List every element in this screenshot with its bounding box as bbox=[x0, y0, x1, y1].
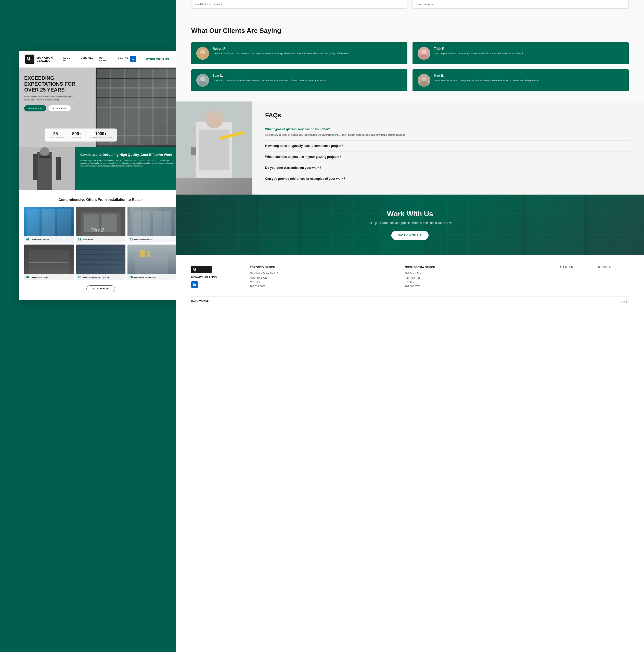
panel-cell bbox=[153, 117, 167, 126]
stat-reviews: 500+ 5 star reviews bbox=[72, 132, 82, 138]
footer-toronto-label: TORONTO OFFICE: bbox=[250, 266, 397, 269]
testimonial-text-matt: "Exceptional work from a true profession… bbox=[434, 79, 540, 83]
hero-title: EXCEEDING EXPECTATIONS FOR OVER 25 YEARS bbox=[24, 75, 85, 93]
faqs-section: FAQs What types of glazing services do y… bbox=[176, 102, 644, 195]
faq-answer-1: We offer a wide range of glazing service… bbox=[265, 133, 631, 137]
faq-item-4[interactable]: Do you offer warranties on your work? bbox=[265, 162, 631, 173]
panel-cell bbox=[97, 107, 111, 116]
svg-rect-60 bbox=[191, 147, 196, 155]
linkedin-icon[interactable]: in bbox=[130, 56, 136, 62]
svg-rect-21 bbox=[153, 211, 171, 239]
stat-years-number: 25+ bbox=[50, 132, 64, 136]
testimonial-content-matt: Matt B. "Exceptional work from a true pr… bbox=[434, 74, 540, 87]
panel-cell bbox=[125, 127, 139, 136]
panel-cell bbox=[111, 79, 125, 88]
svg-rect-7 bbox=[39, 156, 50, 158]
panel-cell bbox=[139, 107, 153, 116]
nav-link-contact[interactable]: CONTACT bbox=[118, 57, 130, 62]
footer-bottom: BACK TO TOP Copyright bbox=[191, 296, 629, 303]
offer-num-5: 05 bbox=[78, 276, 81, 279]
footer-nav-about-link[interactable]: ABOUT US bbox=[560, 266, 590, 269]
testimonial-trish: Trish P. "Amazing service and outstandin… bbox=[413, 42, 629, 64]
nav-links: ABOUT US SERVICES OUR WORK CONTACT bbox=[63, 57, 130, 62]
panel-cell bbox=[139, 136, 153, 145]
hero-see-our-work-button[interactable]: SEE OUR WORK bbox=[48, 105, 71, 111]
panel-cell bbox=[153, 136, 167, 145]
offer-name-6: Maintenance and Repair bbox=[134, 276, 156, 278]
panel-cell bbox=[139, 98, 153, 107]
avatar-image-sam bbox=[196, 74, 209, 87]
offer-card-metal-siding[interactable]: 05 Metal Siding & Panel System bbox=[76, 245, 126, 280]
testimonial-avatar-robert bbox=[196, 47, 209, 60]
panel-cell bbox=[139, 79, 153, 88]
svg-point-47 bbox=[421, 50, 426, 55]
faq-item-3[interactable]: What materials do you use in your glazin… bbox=[265, 152, 631, 162]
panel-cell bbox=[97, 88, 111, 98]
testimonial-robert: Robert R. "Monarch transformed our home … bbox=[191, 42, 408, 64]
offer-label-5: 05 Metal Siding & Panel System bbox=[76, 274, 126, 280]
testimonial-matt: Matt B. "Exceptional work from a true pr… bbox=[413, 70, 629, 91]
panel-cell bbox=[125, 136, 139, 145]
svg-point-6 bbox=[40, 147, 49, 156]
footer-logo-area: M MONARCH GLAZING in bbox=[191, 266, 242, 289]
committed-content: Committed to Delivering High Quality, Co… bbox=[75, 146, 182, 190]
offer-card-curtain-wall[interactable]: 01 Curtain Wall System bbox=[24, 207, 74, 243]
offer-card-maintenance[interactable]: 06 Maintenance and Repair bbox=[128, 245, 177, 280]
committed-text: We accomplish this by competitively bidd… bbox=[80, 159, 177, 167]
hero-work-with-us-button[interactable]: WORK WITH US bbox=[24, 105, 46, 111]
panel-cell bbox=[111, 107, 125, 116]
footer-grid: M MONARCH GLAZING in TORONTO OFFICE: 68 … bbox=[191, 266, 629, 289]
footer: M MONARCH GLAZING in TORONTO OFFICE: 68 … bbox=[176, 255, 644, 308]
offer-label-1: 01 Curtain Wall System bbox=[24, 236, 74, 243]
offer-num-6: 06 bbox=[130, 276, 133, 279]
offer-name-2: Store Front bbox=[83, 238, 93, 241]
svg-rect-4 bbox=[33, 154, 38, 180]
nav-link-about[interactable]: ABOUT US bbox=[63, 57, 75, 62]
nav-work-with-us-button[interactable]: WORK WITH US bbox=[139, 55, 176, 64]
offers-title: Comprehensive Offers From Installation t… bbox=[24, 198, 177, 202]
faqs-title: FAQs bbox=[265, 112, 631, 119]
panel-cell bbox=[125, 98, 139, 107]
see-our-work-button[interactable]: SEE OUR WORK bbox=[86, 285, 115, 292]
back-to-top-link[interactable]: BACK TO TOP bbox=[191, 300, 209, 303]
svg-rect-68 bbox=[527, 195, 583, 255]
testimonials-title: What Our Clients Are Saying bbox=[191, 27, 629, 35]
work-bg-building bbox=[176, 195, 644, 255]
strip-input-1[interactable] bbox=[191, 0, 408, 9]
offers-grid: 01 Curtain Wall System TenZ 02 St bbox=[24, 207, 177, 280]
strip-input-2[interactable] bbox=[413, 0, 629, 9]
stat-installations: 1000+ Installations across Canada bbox=[90, 132, 112, 138]
faq-item-2[interactable]: How long does it typically take to compl… bbox=[265, 140, 631, 152]
offer-name-4: Skylight and Scope bbox=[31, 276, 49, 278]
nav-link-services[interactable]: SERVICES bbox=[81, 57, 93, 62]
logo-icon: M bbox=[25, 55, 34, 64]
testimonial-name-robert: Robert R. bbox=[213, 47, 350, 51]
nav-link-our-work[interactable]: OUR WORK bbox=[99, 57, 112, 62]
stat-reviews-number: 500+ bbox=[72, 132, 82, 136]
panel-cell bbox=[125, 69, 139, 78]
svg-point-50 bbox=[200, 77, 205, 82]
faq-item-1[interactable]: What types of glazing services do you of… bbox=[265, 124, 631, 140]
panel-cell bbox=[97, 69, 111, 78]
offer-label-2: 02 Store Front bbox=[76, 236, 126, 243]
footer-nav-services-link[interactable]: SERVICES bbox=[598, 266, 629, 269]
offer-card-doors-windows[interactable]: 03 Doors and Windows bbox=[128, 207, 177, 243]
offer-num-4: 04 bbox=[26, 276, 29, 279]
offer-name-5: Metal Siding & Panel System bbox=[83, 276, 109, 278]
testimonial-content-robert: Robert R. "Monarch transformed our home … bbox=[213, 47, 350, 60]
faqs-right: FAQs What types of glazing services do y… bbox=[252, 102, 644, 195]
work-with-us-button[interactable]: WORK WITH US bbox=[391, 231, 428, 240]
faq-question-4: Do you offer warranties on your work? bbox=[265, 166, 631, 169]
footer-linkedin-icon[interactable]: in bbox=[191, 281, 198, 288]
offer-card-store-front[interactable]: TenZ 02 Store Front bbox=[76, 207, 126, 243]
svg-rect-10 bbox=[27, 209, 39, 240]
footer-nav-about: ABOUT US bbox=[560, 266, 590, 289]
svg-text:M: M bbox=[193, 268, 196, 272]
panel-cell bbox=[125, 79, 139, 88]
faq-question-3: What materials do you use in your glazin… bbox=[265, 155, 631, 159]
svg-rect-5 bbox=[56, 157, 61, 180]
panel-cell bbox=[97, 98, 111, 107]
offer-card-skylight[interactable]: 04 Skylight and Scope bbox=[24, 245, 74, 280]
panel-cell bbox=[111, 98, 125, 107]
faq-item-5[interactable]: Can you provide references or examples o… bbox=[265, 173, 631, 184]
